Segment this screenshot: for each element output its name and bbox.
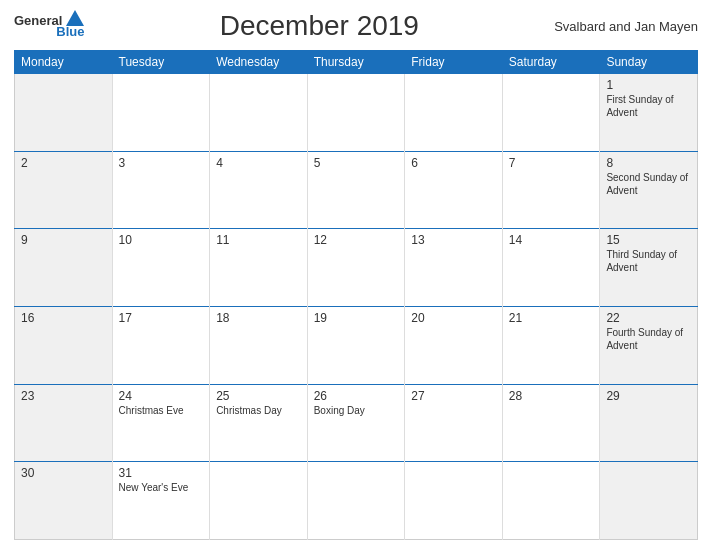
calendar-cell: 23 [15, 384, 113, 462]
calendar-cell: 1First Sunday of Advent [600, 74, 698, 152]
calendar-cell: 7 [502, 151, 600, 229]
day-number: 29 [606, 389, 691, 403]
calendar-cell: 5 [307, 151, 405, 229]
day-number: 28 [509, 389, 594, 403]
calendar-cell [210, 74, 308, 152]
calendar-cell: 16 [15, 306, 113, 384]
calendar-cell: 17 [112, 306, 210, 384]
calendar-cell: 29 [600, 384, 698, 462]
col-monday: Monday [15, 51, 113, 74]
calendar-cell: 19 [307, 306, 405, 384]
day-number: 2 [21, 156, 106, 170]
calendar-cell: 2 [15, 151, 113, 229]
day-number: 30 [21, 466, 106, 480]
day-number: 27 [411, 389, 496, 403]
col-saturday: Saturday [502, 51, 600, 74]
calendar-cell: 13 [405, 229, 503, 307]
day-number: 17 [119, 311, 204, 325]
day-number: 12 [314, 233, 399, 247]
calendar-cell [600, 462, 698, 540]
calendar-header: Monday Tuesday Wednesday Thursday Friday… [15, 51, 698, 74]
col-wednesday: Wednesday [210, 51, 308, 74]
calendar-table: Monday Tuesday Wednesday Thursday Friday… [14, 50, 698, 540]
event-label: Third Sunday of Advent [606, 248, 691, 274]
day-number: 9 [21, 233, 106, 247]
calendar-cell: 24Christmas Eve [112, 384, 210, 462]
calendar-cell: 30 [15, 462, 113, 540]
day-number: 18 [216, 311, 301, 325]
calendar-cell: 26Boxing Day [307, 384, 405, 462]
table-row: 3031New Year's Eve [15, 462, 698, 540]
table-row: 2345678Second Sunday of Advent [15, 151, 698, 229]
calendar-body: 1First Sunday of Advent2345678Second Sun… [15, 74, 698, 540]
calendar-page: General Blue December 2019 Svalbard and … [0, 0, 712, 550]
calendar-cell: 4 [210, 151, 308, 229]
calendar-cell: 9 [15, 229, 113, 307]
logo-general-text: General [14, 14, 62, 27]
event-label: First Sunday of Advent [606, 93, 691, 119]
page-title: December 2019 [84, 10, 554, 42]
table-row: 1First Sunday of Advent [15, 74, 698, 152]
day-number: 23 [21, 389, 106, 403]
day-number: 31 [119, 466, 204, 480]
day-number: 5 [314, 156, 399, 170]
col-thursday: Thursday [307, 51, 405, 74]
calendar-cell: 21 [502, 306, 600, 384]
day-number: 19 [314, 311, 399, 325]
table-row: 9101112131415Third Sunday of Advent [15, 229, 698, 307]
event-label: Second Sunday of Advent [606, 171, 691, 197]
day-number: 8 [606, 156, 691, 170]
calendar-cell: 22Fourth Sunday of Advent [600, 306, 698, 384]
event-label: Christmas Day [216, 404, 301, 417]
calendar-cell [307, 74, 405, 152]
col-tuesday: Tuesday [112, 51, 210, 74]
event-label: Christmas Eve [119, 404, 204, 417]
calendar-cell [307, 462, 405, 540]
calendar-cell [210, 462, 308, 540]
day-number: 20 [411, 311, 496, 325]
day-number: 26 [314, 389, 399, 403]
calendar-cell: 25Christmas Day [210, 384, 308, 462]
calendar-cell: 11 [210, 229, 308, 307]
calendar-cell: 10 [112, 229, 210, 307]
day-number: 7 [509, 156, 594, 170]
calendar-cell: 28 [502, 384, 600, 462]
table-row: 16171819202122Fourth Sunday of Advent [15, 306, 698, 384]
calendar-cell: 3 [112, 151, 210, 229]
day-number: 16 [21, 311, 106, 325]
calendar-cell: 8Second Sunday of Advent [600, 151, 698, 229]
calendar-cell: 31New Year's Eve [112, 462, 210, 540]
event-label: Fourth Sunday of Advent [606, 326, 691, 352]
day-number: 25 [216, 389, 301, 403]
calendar-cell [405, 462, 503, 540]
calendar-cell [405, 74, 503, 152]
calendar-cell [502, 74, 600, 152]
calendar-cell [15, 74, 113, 152]
col-friday: Friday [405, 51, 503, 74]
event-label: New Year's Eve [119, 481, 204, 494]
day-number: 10 [119, 233, 204, 247]
days-header-row: Monday Tuesday Wednesday Thursday Friday… [15, 51, 698, 74]
day-number: 13 [411, 233, 496, 247]
calendar-cell: 27 [405, 384, 503, 462]
day-number: 4 [216, 156, 301, 170]
day-number: 11 [216, 233, 301, 247]
day-number: 24 [119, 389, 204, 403]
event-label: Boxing Day [314, 404, 399, 417]
day-number: 3 [119, 156, 204, 170]
col-sunday: Sunday [600, 51, 698, 74]
table-row: 2324Christmas Eve25Christmas Day26Boxing… [15, 384, 698, 462]
region-label: Svalbard and Jan Mayen [554, 19, 698, 34]
logo: General Blue [14, 14, 84, 38]
calendar-cell: 20 [405, 306, 503, 384]
calendar-cell: 18 [210, 306, 308, 384]
day-number: 22 [606, 311, 691, 325]
header: General Blue December 2019 Svalbard and … [14, 10, 698, 42]
day-number: 21 [509, 311, 594, 325]
calendar-cell: 15Third Sunday of Advent [600, 229, 698, 307]
day-number: 14 [509, 233, 594, 247]
calendar-cell: 12 [307, 229, 405, 307]
day-number: 1 [606, 78, 691, 92]
day-number: 15 [606, 233, 691, 247]
calendar-cell: 14 [502, 229, 600, 307]
